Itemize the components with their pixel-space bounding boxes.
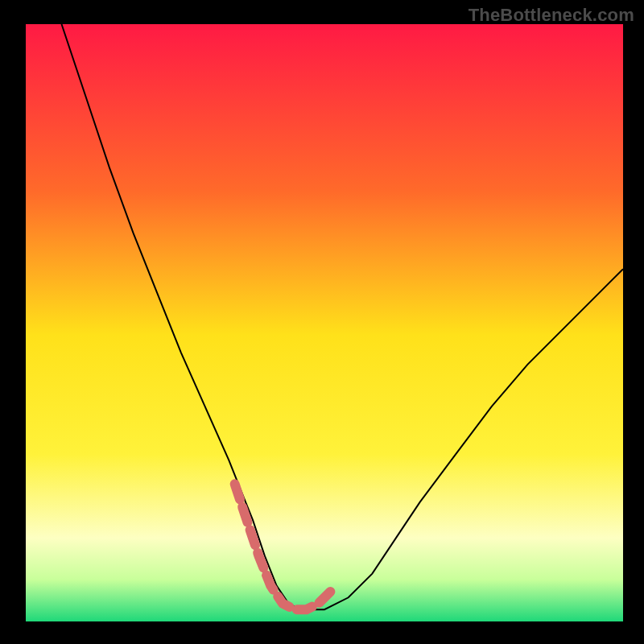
chart-frame: TheBottleneck.com bbox=[0, 0, 644, 644]
bottleneck-chart bbox=[0, 0, 644, 644]
watermark-text: TheBottleneck.com bbox=[469, 5, 634, 26]
plot-area bbox=[26, 24, 623, 621]
